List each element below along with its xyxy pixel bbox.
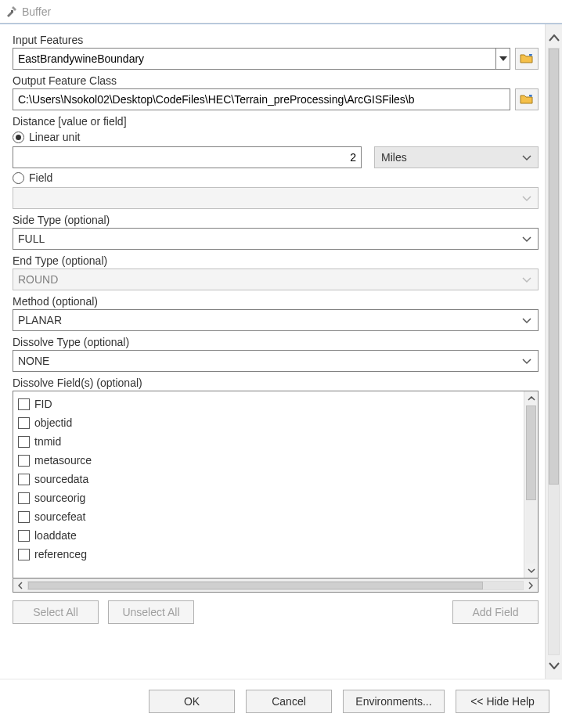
field-checkbox[interactable] (18, 455, 30, 467)
field-item[interactable]: objectid (18, 413, 519, 432)
method-label: Method (optional) (13, 295, 539, 308)
field-item[interactable]: referenceg (18, 545, 519, 564)
folder-open-icon (520, 93, 534, 106)
distance-label: Distance [value or field] (13, 115, 539, 128)
field-checkbox[interactable] (18, 474, 30, 485)
scroll-track[interactable] (548, 48, 560, 655)
folder-open-icon (520, 52, 534, 65)
side-type-select[interactable]: FULL (13, 228, 539, 250)
scroll-thumb[interactable] (526, 405, 536, 500)
dissolve-fields-label: Dissolve Field(s) (optional) (13, 377, 539, 389)
field-item[interactable]: sourceorig (18, 488, 519, 507)
output-feature-class-input[interactable] (13, 88, 510, 110)
fields-list: FIDobjectidtnmidmetasourcesourcedatasour… (13, 391, 524, 578)
chevron-down-icon (522, 273, 531, 286)
field-item-label: sourcefeat (34, 510, 85, 523)
end-type-label: End Type (optional) (13, 254, 539, 267)
field-item-label: referenceg (34, 548, 87, 560)
field-item-label: loaddate (34, 529, 77, 542)
chevron-up-icon[interactable] (546, 29, 562, 46)
distance-unit-select[interactable]: Miles (374, 146, 539, 168)
method-select[interactable]: PLANAR (13, 309, 539, 331)
dissolve-type-select[interactable]: NONE (13, 350, 539, 372)
field-item-label: tnmid (34, 435, 61, 448)
side-type-label: Side Type (optional) (13, 214, 539, 226)
field-checkbox[interactable] (18, 511, 30, 523)
field-checkbox[interactable] (18, 417, 30, 429)
hide-help-button[interactable]: << Hide Help (456, 690, 549, 713)
method-value: PLANAR (18, 314, 62, 326)
hammer-icon (5, 5, 17, 18)
side-type-value: FULL (18, 232, 45, 245)
panel-scrollbar[interactable] (545, 24, 562, 679)
field-item-label: objectid (34, 416, 72, 429)
window-titlebar: Buffer (0, 0, 562, 23)
field-radio-label: Field (29, 171, 52, 184)
scroll-track[interactable] (27, 581, 524, 590)
field-checkbox[interactable] (18, 398, 30, 410)
ok-button[interactable]: OK (149, 690, 235, 713)
field-item[interactable]: metasource (18, 451, 519, 470)
scroll-thumb[interactable] (549, 49, 559, 485)
linear-unit-label: Linear unit (29, 131, 80, 143)
add-field-button[interactable]: Add Field (452, 600, 539, 624)
linear-unit-radio[interactable] (13, 132, 24, 143)
field-checkbox[interactable] (18, 492, 30, 504)
end-type-value: ROUND (18, 273, 58, 286)
scroll-right-icon[interactable] (524, 579, 538, 592)
cancel-button[interactable]: Cancel (246, 690, 332, 713)
svg-marker-1 (499, 56, 507, 61)
distance-field-select (13, 187, 539, 209)
input-features-browse-button[interactable] (515, 48, 539, 70)
scroll-left-icon[interactable] (13, 579, 27, 592)
environments-button[interactable]: Environments... (343, 690, 445, 713)
output-feature-class-label: Output Feature Class (13, 74, 539, 87)
fields-horizontal-scrollbar[interactable] (13, 578, 539, 593)
field-item[interactable]: sourcedata (18, 470, 519, 488)
scroll-thumb[interactable] (28, 582, 483, 589)
field-checkbox[interactable] (18, 530, 30, 542)
input-features-combo[interactable] (13, 48, 510, 70)
distance-value-input[interactable] (13, 146, 362, 168)
end-type-select: ROUND (13, 268, 539, 290)
field-radio[interactable] (13, 172, 24, 184)
dissolve-type-label: Dissolve Type (optional) (13, 336, 539, 348)
field-item-label: FID (34, 398, 52, 410)
svg-rect-0 (11, 10, 13, 13)
field-item[interactable]: sourcefeat (18, 507, 519, 526)
chevron-down-icon (522, 314, 531, 326)
scroll-down-icon[interactable] (524, 564, 538, 578)
unselect-all-button[interactable]: Unselect All (108, 600, 194, 624)
chevron-down-icon (522, 192, 531, 204)
dialog-body: Input Features Output Feature Class (0, 23, 562, 679)
chevron-down-icon (522, 151, 531, 164)
chevron-down-icon[interactable] (546, 657, 562, 674)
input-features-label: Input Features (13, 34, 539, 46)
input-features-dropdown-icon[interactable] (495, 49, 510, 69)
form-column: Input Features Output Feature Class (0, 24, 545, 679)
field-checkbox[interactable] (18, 549, 30, 560)
scroll-up-icon[interactable] (524, 391, 538, 405)
select-all-button[interactable]: Select All (13, 600, 99, 624)
fields-vertical-scrollbar[interactable] (524, 391, 538, 578)
scroll-track[interactable] (526, 405, 536, 564)
chevron-down-icon (522, 355, 531, 367)
field-checkbox[interactable] (18, 436, 30, 448)
field-item-label: sourceorig (34, 492, 85, 504)
field-item-label: sourcedata (34, 473, 88, 485)
field-item[interactable]: loaddate (18, 526, 519, 545)
dialog-button-bar: OK Cancel Environments... << Hide Help (0, 679, 562, 723)
window-title: Buffer (22, 5, 51, 18)
dissolve-fields-listbox[interactable]: FIDobjectidtnmidmetasourcesourcedatasour… (13, 391, 539, 578)
output-feature-class-browse-button[interactable] (515, 88, 539, 110)
dissolve-type-value: NONE (18, 355, 49, 367)
field-item[interactable]: FID (18, 395, 519, 413)
input-features-input[interactable] (13, 49, 495, 69)
chevron-down-icon (522, 232, 531, 245)
field-item-label: metasource (34, 454, 92, 467)
distance-unit-value: Miles (381, 151, 407, 164)
field-item[interactable]: tnmid (18, 432, 519, 451)
